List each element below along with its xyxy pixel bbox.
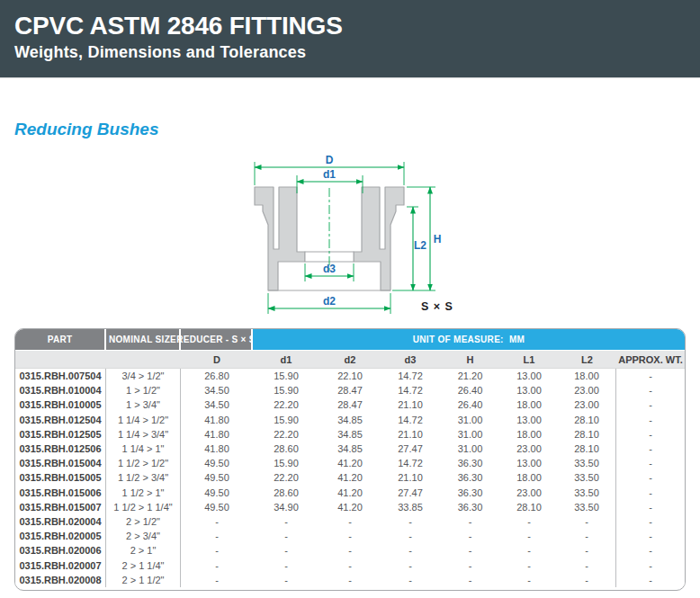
dimension-value: - xyxy=(558,573,616,587)
dimension-value: 21.10 xyxy=(381,397,440,412)
dimension-value: 28.10 xyxy=(558,427,616,442)
dimension-value: 23.00 xyxy=(500,486,558,500)
part-number: 0315.RBH.010004 xyxy=(15,383,106,397)
column-header-empty xyxy=(106,351,181,368)
part-number: 0315.RBH.020004 xyxy=(15,514,106,529)
dimension-value: 23.00 xyxy=(500,442,558,456)
part-number: 0315.RBH.015005 xyxy=(15,470,106,485)
dimension-value: - xyxy=(319,514,381,529)
column-header-D: D xyxy=(181,351,253,368)
column-header-d3: d3 xyxy=(381,351,440,368)
column-header-approx-wt: APPROX. WT. xyxy=(616,351,685,368)
dimension-value: - xyxy=(616,486,685,500)
group-header-reducer: REDUCER - S × S xyxy=(181,329,253,351)
dimension-value: 26.80 xyxy=(181,369,253,383)
dimension-value: 14.72 xyxy=(381,413,440,427)
dimension-L2-label: L2 xyxy=(414,239,426,252)
dimension-value: 23.00 xyxy=(558,383,616,397)
dimension-value: - xyxy=(440,529,500,543)
nominal-size: 1 1/4 > 1/2" xyxy=(106,413,181,427)
dimension-value: 31.00 xyxy=(440,442,500,456)
dimension-value: - xyxy=(558,558,616,572)
dimension-value: - xyxy=(616,427,685,442)
dimension-value: - xyxy=(181,573,253,587)
dimension-value: 13.00 xyxy=(500,383,558,397)
column-header-H: H xyxy=(440,351,500,368)
column-header-L2: L2 xyxy=(558,351,616,368)
dimension-value: - xyxy=(616,413,685,427)
dimension-value: 34.50 xyxy=(181,397,253,412)
nominal-size: 2 > 1 1/4" xyxy=(106,558,181,572)
dimension-value: - xyxy=(253,573,319,587)
table-column-header-row: D d1 d2 d3 H L1 L2 APPROX. WT. xyxy=(15,351,685,369)
dimension-value: - xyxy=(616,470,685,485)
dimension-value: 33.50 xyxy=(558,456,616,470)
dimension-value: - xyxy=(616,529,685,543)
dimension-value: - xyxy=(616,573,685,587)
dimension-value: - xyxy=(381,573,440,587)
dimension-value: - xyxy=(616,558,685,572)
dimension-value: - xyxy=(181,543,253,558)
column-header-L1: L1 xyxy=(500,351,558,368)
dimension-value: - xyxy=(616,543,685,558)
part-number: 0315.RBH.020005 xyxy=(15,529,106,543)
table-row: 0315.RBH.0100051 > 3/4"34.5022.2028.4721… xyxy=(15,397,685,412)
table-row: 0315.RBH.0150051 1/2 > 3/4"49.5022.2041.… xyxy=(15,470,685,485)
table-row: 0315.RBH.0075043/4 > 1/2"26.8015.9022.10… xyxy=(15,369,685,383)
dimension-value: - xyxy=(440,558,500,572)
table-row: 0315.RBH.0125051 1/4 > 3/4"41.8022.2034.… xyxy=(15,427,685,442)
nominal-size: 1 1/2 > 1" xyxy=(106,486,181,500)
dimension-value: 21.10 xyxy=(381,427,440,442)
dimension-value: 18.00 xyxy=(500,427,558,442)
dimension-value: 22.10 xyxy=(319,369,381,383)
nominal-size: 3/4 > 1/2" xyxy=(106,369,181,383)
nominal-size: 1 1/2 > 3/4" xyxy=(106,470,181,485)
dimension-value: - xyxy=(616,442,685,456)
group-header-unit-of-measure: UNIT OF MEASURE: MM xyxy=(253,329,685,351)
group-header-part: PART xyxy=(15,329,106,351)
dimension-value: 36.30 xyxy=(440,456,500,470)
dimension-value: 49.50 xyxy=(181,500,253,514)
part-number: 0315.RBH.012506 xyxy=(15,442,106,456)
table-row: 0315.RBH.0150071 1/2 > 1 1/4"49.5034.904… xyxy=(15,500,685,514)
dimension-d1: d1 xyxy=(297,168,363,193)
dimension-value: - xyxy=(253,558,319,572)
dimension-value: 28.60 xyxy=(253,486,319,500)
dimension-value: 34.90 xyxy=(253,500,319,514)
dimension-value: - xyxy=(253,529,319,543)
column-header-empty xyxy=(15,351,106,368)
dimension-value: - xyxy=(253,514,319,529)
dimension-value: - xyxy=(319,573,381,587)
part-number: 0315.RBH.020007 xyxy=(15,558,106,572)
dimension-value: 21.10 xyxy=(381,470,440,485)
dimension-value: 36.30 xyxy=(440,470,500,485)
table-row: 0315.RBH.0200042 > 1/2"-------- xyxy=(15,514,685,529)
table-row: 0315.RBH.0200072 > 1 1/4"-------- xyxy=(15,558,685,572)
dimension-value: - xyxy=(381,529,440,543)
table-row: 0315.RBH.0100041 > 1/2"34.5015.9028.4714… xyxy=(15,383,685,397)
dimension-value: 28.60 xyxy=(253,442,319,456)
dimension-value: 13.00 xyxy=(500,413,558,427)
page-header-banner: CPVC ASTM 2846 FITTINGS Weights, Dimensi… xyxy=(0,0,700,78)
dimension-value: 41.20 xyxy=(319,500,381,514)
dimension-value: 49.50 xyxy=(181,486,253,500)
table-row: 0315.RBH.0150061 1/2 > 1"49.5028.6041.20… xyxy=(15,486,685,500)
dimension-d2: d2 xyxy=(268,293,390,314)
dimension-value: 28.10 xyxy=(500,500,558,514)
dimension-value: 34.85 xyxy=(319,427,381,442)
part-number: 0315.RBH.012504 xyxy=(15,413,106,427)
dimension-value: - xyxy=(440,573,500,587)
part-number: 0315.RBH.020008 xyxy=(15,573,106,587)
dimension-value: 41.80 xyxy=(181,413,253,427)
nominal-size: 1 > 3/4" xyxy=(106,397,181,412)
dimension-value: 15.90 xyxy=(253,383,319,397)
dimension-value: 22.20 xyxy=(253,470,319,485)
dimension-value: 27.47 xyxy=(381,486,440,500)
table-group-header-row: PART NOMINAL SIZE REDUCER - S × S UNIT O… xyxy=(15,329,685,351)
section-title: Reducing Bushes xyxy=(14,120,158,139)
part-number: 0315.RBH.015004 xyxy=(15,456,106,470)
dimension-value: 27.47 xyxy=(381,442,440,456)
dimension-value: 22.20 xyxy=(253,427,319,442)
table-row: 0315.RBH.0125061 1/4 > 1"41.8028.6034.85… xyxy=(15,442,685,456)
dimension-value: 15.90 xyxy=(253,413,319,427)
